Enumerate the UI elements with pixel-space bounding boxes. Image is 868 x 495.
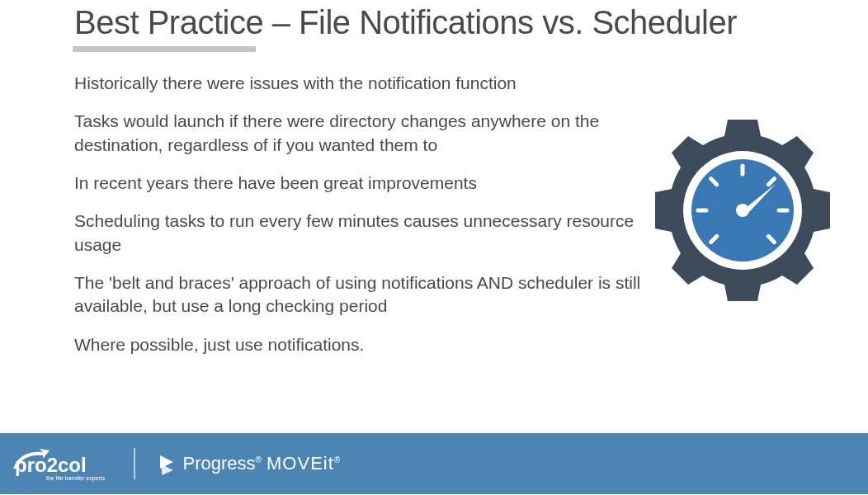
paragraph: Where possible, just use notifications.	[74, 333, 653, 356]
paragraph: Historically there were issues with the …	[74, 72, 653, 95]
progress-brand-text: Progress® MOVEit®	[183, 453, 341, 474]
pro2col-tagline-text: the file transfer experts	[46, 475, 106, 482]
pro2col-brand-text: pro2col	[15, 454, 87, 476]
paragraph: The 'belt and braces' approach of using …	[74, 271, 653, 318]
slide-title: Best Practice – File Notifications vs. S…	[74, 4, 868, 41]
svg-point-10	[736, 204, 749, 217]
slide: Best Practice – File Notifications vs. S…	[0, 0, 868, 495]
gear-speedometer-icon	[652, 120, 833, 301]
footer-divider	[134, 448, 135, 479]
title-underline	[73, 46, 256, 52]
title-area: Best Practice – File Notifications vs. S…	[0, 0, 868, 52]
svg-marker-12	[162, 464, 173, 475]
footer-bar: pro2col the file transfer experts Progre…	[0, 433, 868, 494]
progress-moveit-logo: Progress® MOVEit®	[155, 452, 341, 475]
paragraph: Tasks would launch if there were directo…	[74, 110, 653, 157]
paragraph: In recent years there have been great im…	[74, 172, 653, 195]
paragraph: Scheduling tasks to run every few minute…	[74, 210, 653, 257]
pro2col-logo: pro2col the file transfer experts	[10, 444, 119, 483]
